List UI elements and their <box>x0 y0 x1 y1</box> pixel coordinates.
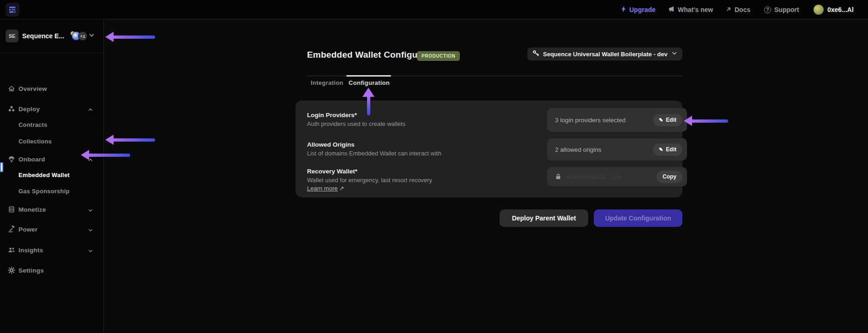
chevron-down-icon <box>671 50 677 58</box>
environment-badge: PRODUCTION <box>417 51 460 61</box>
project-avatars: +1 <box>69 31 90 41</box>
sidebar-item-label: Deploy <box>18 106 40 113</box>
sidebar-item-label: Insights <box>18 247 43 254</box>
lock-icon <box>555 173 561 180</box>
sequence-logo-icon[interactable] <box>6 3 19 17</box>
edit-login-providers-button[interactable]: ✎ Edit <box>653 114 682 126</box>
deploy-nodes-icon <box>8 105 15 113</box>
question-icon: ? <box>764 6 771 13</box>
sidebar-item-label: Power <box>18 226 38 233</box>
sidebar-item-insights[interactable]: Insights <box>0 243 104 257</box>
sidebar-item-power[interactable]: Power <box>0 222 104 236</box>
top-bar: Upgrade What's new Docs ? Support 0xe6..… <box>0 0 868 19</box>
arrow-head <box>105 135 114 145</box>
users-icon <box>8 246 15 254</box>
sidebar: SE Sequence E... +1 Overview Deploy <box>0 19 104 333</box>
project-initials-badge: SE <box>6 30 18 42</box>
chevron-up-icon <box>88 156 93 165</box>
sidebar-item-label: Monetize <box>18 206 46 213</box>
recovery-wallet-value-box: 0x8Abeba9FE...24e Copy <box>547 167 687 186</box>
upgrade-button[interactable]: Upgrade <box>621 0 656 19</box>
sidebar-item-label: Embedded Wallet <box>18 172 70 178</box>
arrow-bar <box>692 119 728 123</box>
edge-selection-artifact <box>0 162 3 172</box>
bolt-icon <box>621 6 626 14</box>
key-icon <box>532 50 539 59</box>
annotation-arrow-project-selector <box>105 32 155 42</box>
account-address[interactable]: 0xe6...Al <box>827 0 854 19</box>
sidebar-item-label: Contracts <box>18 121 47 128</box>
tab-configuration[interactable]: Configuration <box>349 79 390 86</box>
edit-button-label: Edit <box>666 117 676 123</box>
edit-allowed-origins-button[interactable]: ✎ Edit <box>653 143 682 156</box>
arrow-head <box>362 88 374 97</box>
active-tab-indicator <box>346 75 391 77</box>
arrow-head <box>105 32 114 42</box>
login-providers-value-box: 3 login providers selected ✎ Edit <box>547 108 687 132</box>
sidebar-item-label: Gas Sponsorship <box>18 188 70 195</box>
learn-more-link[interactable]: Learn more↗ <box>307 185 344 192</box>
member-count-badge: +1 <box>78 31 87 41</box>
pencil-icon: ✎ <box>659 147 663 153</box>
gear-icon <box>8 267 15 274</box>
tab-integration[interactable]: Integration <box>311 79 343 86</box>
update-configuration-button[interactable]: Update Configuration <box>594 209 682 227</box>
wallet-boilerplate-selector[interactable]: Sequence Universal Wallet Boilerplate - … <box>527 48 682 60</box>
parachute-icon <box>8 155 15 163</box>
chevron-down-icon <box>89 32 95 40</box>
whats-new-button[interactable]: What's new <box>668 0 713 19</box>
chevron-down-icon <box>88 247 93 256</box>
sidebar-item-overview[interactable]: Overview <box>0 82 104 95</box>
copy-button-label: Copy <box>663 173 676 180</box>
support-label: Support <box>774 6 799 13</box>
sidebar-item-label: Settings <box>18 267 44 274</box>
sidebar-item-monetize[interactable]: Monetize <box>0 202 104 216</box>
pencil-icon: ✎ <box>659 117 663 123</box>
arrow-bar <box>114 138 155 142</box>
support-button[interactable]: ? Support <box>764 0 799 19</box>
sidebar-item-contracts[interactable]: Contracts <box>0 118 104 131</box>
whats-new-label: What's new <box>678 6 713 13</box>
annotation-arrow-login-providers <box>684 116 728 126</box>
chevron-up-icon <box>88 106 93 114</box>
arrow-bar <box>114 36 155 39</box>
deploy-parent-wallet-button[interactable]: Deploy Parent Wallet <box>500 209 588 227</box>
allowed-origins-value-box: 2 allowed origins ✎ Edit <box>547 138 687 161</box>
project-selector[interactable]: SE Sequence E... +1 <box>0 19 104 53</box>
megaphone-icon <box>668 6 675 14</box>
sidebar-item-embedded-wallet[interactable]: Embedded Wallet <box>0 168 104 182</box>
sidebar-item-deploy[interactable]: Deploy <box>0 102 104 116</box>
chevron-down-icon <box>88 207 93 215</box>
coins-icon <box>8 206 15 213</box>
gavel-icon <box>8 226 15 233</box>
login-providers-value: 3 login providers selected <box>555 117 653 124</box>
learn-more-label: Learn more <box>307 185 338 192</box>
config-row-allowed-origins: Allowed Origins List of domains Embedded… <box>307 138 671 157</box>
home-icon <box>8 85 15 92</box>
allowed-origins-value: 2 allowed origins <box>555 146 653 153</box>
external-link-icon <box>726 6 731 13</box>
sidebar-item-onboard[interactable]: Onboard <box>0 152 104 166</box>
app-root: Upgrade What's new Docs ? Support 0xe6..… <box>0 0 868 333</box>
sidebar-item-label: Overview <box>18 85 47 92</box>
recovery-wallet-address: 0x8Abeba9FE...24e <box>566 173 657 180</box>
docs-label: Docs <box>735 6 750 13</box>
docs-link[interactable]: Docs <box>726 0 750 19</box>
external-link-icon: ↗ <box>339 185 344 192</box>
chevron-down-icon <box>88 226 93 235</box>
config-row-login-providers: Login Providers* Auth providers used to … <box>307 108 671 127</box>
configuration-card: Login Providers* Auth providers used to … <box>295 101 682 197</box>
wallet-selector-label: Sequence Universal Wallet Boilerplate - … <box>543 51 668 58</box>
sidebar-item-gas-sponsorship[interactable]: Gas Sponsorship <box>0 184 104 198</box>
config-row-recovery-wallet: Recovery Wallet* Wallet used for emergen… <box>307 167 671 192</box>
sidebar-item-collections[interactable]: Collections <box>0 134 104 148</box>
upgrade-label: Upgrade <box>629 6 656 13</box>
copy-recovery-wallet-button[interactable]: Copy <box>657 171 682 183</box>
sidebar-item-label: Collections <box>18 138 52 145</box>
edit-button-label: Edit <box>666 146 676 153</box>
sidebar-item-settings[interactable]: Settings <box>0 263 104 277</box>
project-name: Sequence E... <box>22 32 64 40</box>
annotation-arrow-onboard <box>105 135 155 145</box>
account-avatar[interactable] <box>814 5 824 15</box>
sidebar-item-label: Onboard <box>18 156 45 163</box>
